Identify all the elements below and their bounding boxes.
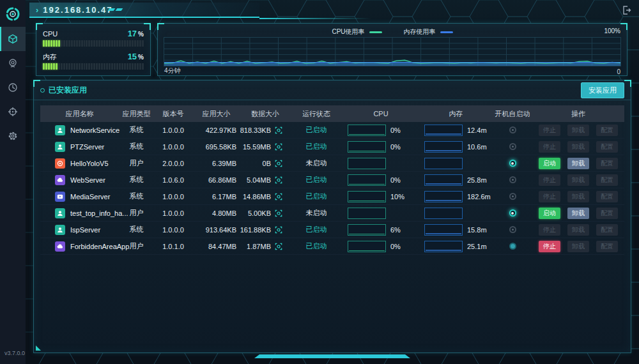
gauge-segment [114, 63, 116, 70]
logout-icon[interactable] [621, 5, 631, 18]
autostart-toggle[interactable] [509, 193, 516, 200]
run-status-cell: 已启动 [290, 241, 343, 251]
gauge-segment [137, 40, 139, 47]
cpu-usage-meter [348, 191, 386, 202]
memory-usage-cell: 12.4m [419, 125, 493, 136]
y-axis-max-label: 100% [604, 27, 620, 34]
clear-data-icon[interactable] [275, 209, 282, 217]
data-size-value: 14.86MB [243, 193, 271, 201]
clear-data-icon[interactable] [275, 160, 282, 167]
autostart-toggle[interactable] [509, 226, 516, 233]
gauge-segment [119, 40, 121, 47]
x-axis-span-label: 4分钟 [164, 66, 181, 75]
autostart-toggle[interactable] [509, 126, 516, 133]
gauge-segment [45, 40, 47, 47]
gauge-segment [104, 40, 105, 47]
banner-slashes [109, 8, 122, 11]
gauge-segment [132, 63, 134, 70]
sidebar-item-history[interactable] [0, 75, 26, 100]
usage-chart-panel: CPU使用率 内存使用率 100% 4分钟 0 [157, 23, 627, 76]
gauge-segment [116, 40, 118, 47]
cpu-usage-meter [348, 208, 386, 219]
gauge-segment [142, 40, 144, 47]
cpu-gauge-label: CPU [43, 30, 58, 38]
brand-logo-icon[interactable] [0, 1, 26, 27]
config-button: 配置 [596, 191, 618, 202]
gauge-segment [121, 40, 123, 47]
start-button[interactable]: 启动 [539, 208, 560, 219]
start-button[interactable]: 启动 [539, 158, 560, 169]
memory-usage-cell-value: 25.8m [467, 176, 487, 184]
sidebar-item-apps[interactable] [0, 27, 26, 51]
app-version-cell: 1.0.1.0 [154, 243, 192, 250]
install-app-button[interactable]: 安装应用 [581, 82, 624, 98]
usage-plot-area [164, 37, 621, 66]
memory-usage-cell [419, 208, 493, 219]
gauge-segment [66, 63, 68, 70]
run-status: 已启动 [306, 242, 327, 250]
run-status-cell: 已启动 [290, 192, 343, 201]
stop-button[interactable]: 停止 [539, 241, 560, 252]
gauge-segment [71, 63, 73, 70]
cpu-usage-cell: 6% [343, 224, 419, 236]
cpu-usage-meter [348, 241, 386, 252]
memory-usage-meter [424, 241, 463, 252]
memory-usage-cell-value: 182.6m [467, 193, 491, 201]
column-header: 运行状态 [290, 109, 343, 119]
chevron-icon: › [36, 5, 38, 15]
table-row: MediaServer系统1.0.0.06.17MB14.86MB已启动10%1… [40, 188, 624, 205]
gauge-segment [106, 40, 108, 47]
memory-usage-meter [424, 174, 463, 186]
clear-data-icon[interactable] [275, 176, 282, 184]
memory-line-swatch [440, 31, 453, 33]
corner-accent [36, 345, 41, 351]
clear-data-icon[interactable] [275, 126, 282, 134]
data-size-value: 15.59MB [243, 143, 271, 151]
gauge-segment [48, 40, 50, 47]
clear-data-icon[interactable] [275, 226, 282, 234]
sidebar-item-calibration[interactable] [0, 100, 26, 124]
memory-usage-cell-value: 10.6m [467, 143, 487, 151]
operations-cell: 停止卸载配置 [532, 174, 624, 186]
crosshair-icon [8, 107, 18, 117]
clear-data-icon[interactable] [275, 243, 282, 250]
autostart-toggle[interactable] [509, 143, 516, 150]
device-dashboard: v3.7.0.0 › 192.168.10.47 CPU 17% 内存 15% … [0, 0, 639, 364]
gauge-segment [106, 63, 108, 70]
app-type-cell: 系统 [119, 125, 154, 135]
gauge-segment [124, 63, 126, 70]
autostart-toggle[interactable] [509, 160, 516, 167]
app-version-cell: 1.0.6.0 [154, 176, 192, 184]
autostart-toggle[interactable] [509, 176, 516, 183]
app-size-cell: 6.17MB [192, 193, 240, 201]
gauge-segment [96, 63, 98, 70]
autostart-toggle[interactable] [509, 243, 516, 250]
title-bullet-icon [40, 88, 45, 93]
gauge-segment [134, 40, 136, 47]
operations-cell: 停止卸载配置 [532, 191, 624, 202]
uninstall-button[interactable]: 卸载 [567, 208, 589, 219]
gauge-segment [63, 40, 65, 47]
memory-gauge-label: 内存 [43, 52, 57, 62]
config-button: 配置 [596, 208, 618, 219]
autostart-cell [493, 209, 532, 216]
sidebar-item-settings[interactable] [0, 124, 26, 148]
gauge-segment [81, 63, 83, 70]
gauge-segment [43, 40, 45, 47]
clear-data-icon[interactable] [275, 143, 282, 151]
uninstall-button: 卸载 [567, 174, 589, 186]
memory-usage-cell: 15.8m [419, 224, 493, 236]
app-name-cell: NetworkService [40, 125, 119, 135]
autostart-toggle[interactable] [509, 209, 516, 216]
app-name: WebServer [70, 176, 105, 184]
gauge-segment [58, 40, 60, 47]
memory-usage-cell: 25.8m [419, 174, 493, 186]
memory-usage-meter [424, 224, 463, 236]
stop-button: 停止 [539, 191, 560, 202]
sidebar-item-camera[interactable] [0, 51, 26, 75]
gauge-segment [58, 63, 60, 70]
clear-data-icon[interactable] [275, 193, 282, 201]
uninstall-button[interactable]: 卸载 [567, 158, 589, 169]
gauge-segment [109, 63, 111, 70]
app-type-cell: 系统 [119, 175, 154, 185]
